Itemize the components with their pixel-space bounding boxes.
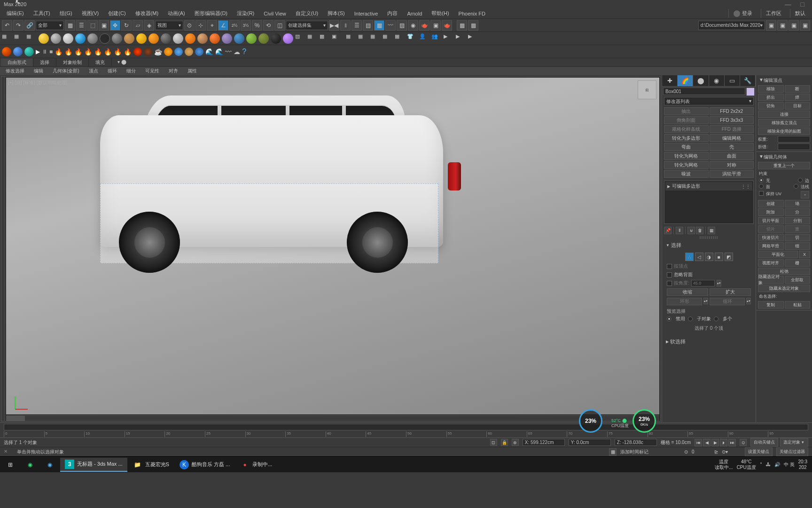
- tray-sound-icon[interactable]: 🔊: [774, 462, 780, 467]
- menu-modifiers[interactable]: 修改器(M): [131, 9, 164, 18]
- ref-coord-dropdown[interactable]: 视图▾: [155, 21, 183, 30]
- layers-icon[interactable]: ☰: [351, 20, 362, 31]
- select-name-icon[interactable]: ☰: [76, 20, 86, 31]
- preserve-uv-check[interactable]: [759, 191, 764, 196]
- cloud-icon[interactable]: ☁: [234, 48, 240, 56]
- menu-create[interactable]: 创建(C): [103, 9, 130, 18]
- mod-bend[interactable]: 弯曲: [664, 143, 709, 151]
- populate1[interactable]: 👕: [407, 33, 417, 44]
- frame-spinner-icon[interactable]: ⊙: [684, 449, 688, 454]
- mod-shell[interactable]: 壳: [710, 143, 754, 151]
- taskbar-3dsmax[interactable]: 3无标题 - 3ds Max ...: [60, 458, 127, 472]
- key-filters-icon[interactable]: ⊙▾: [722, 449, 728, 454]
- time-tick[interactable]: 0: [4, 431, 44, 437]
- tool2-1[interactable]: ▦: [2, 33, 12, 44]
- goto-end-icon[interactable]: ⏭: [728, 439, 736, 446]
- spinner-snap-icon[interactable]: ⟲: [263, 20, 273, 31]
- add-time-tag[interactable]: 添加时间标记: [620, 449, 648, 455]
- frame-field[interactable]: 0: [692, 449, 710, 454]
- make-unique-icon[interactable]: ⊌: [687, 227, 695, 234]
- render-production-icon[interactable]: 🫖: [442, 20, 452, 31]
- fire-ball-6[interactable]: [164, 48, 172, 56]
- mat-ball-10[interactable]: [148, 33, 159, 44]
- crease-field[interactable]: [778, 143, 810, 150]
- selection-lock-icon[interactable]: ⊗: [512, 439, 519, 446]
- menu-views[interactable]: 视图(V): [77, 9, 104, 18]
- project-icon4[interactable]: ▣: [800, 20, 810, 31]
- subobj-vertex-icon[interactable]: ∴: [685, 253, 694, 261]
- subobj-element-icon[interactable]: ◩: [725, 253, 733, 261]
- project-icon2[interactable]: ▣: [777, 20, 788, 31]
- phoenix-tool4[interactable]: ▦: [383, 33, 393, 44]
- render-frame-icon[interactable]: ▣: [430, 20, 441, 31]
- mod-bevel-profile[interactable]: 倒角剖面: [664, 116, 709, 124]
- detach-btn[interactable]: 分: [785, 208, 811, 216]
- populate4[interactable]: ▶: [444, 33, 454, 44]
- time-tick[interactable]: 45: [366, 431, 406, 437]
- mod-ffd333[interactable]: FFD 3x3x3: [710, 116, 754, 124]
- select-rotate-icon[interactable]: ↻: [121, 20, 132, 31]
- edit-vertex-header[interactable]: ▼ 编辑顶点: [757, 76, 811, 85]
- phoenix-tool3[interactable]: ▦: [370, 33, 381, 44]
- tab-display-icon[interactable]: ▭: [725, 75, 740, 86]
- select-scale-icon[interactable]: ▱: [133, 20, 143, 31]
- grid-align-btn[interactable]: 栅: [785, 259, 811, 267]
- tray-chevron-icon[interactable]: ˄: [760, 462, 762, 467]
- window-crossing-icon[interactable]: ▣: [99, 20, 109, 31]
- chamfer-btn[interactable]: 切角: [758, 102, 784, 110]
- hide-sel-btn[interactable]: 隐藏选定对象: [758, 276, 784, 284]
- tray-ime[interactable]: 中 英: [784, 461, 795, 468]
- time-tick[interactable]: 15: [125, 431, 165, 437]
- taskbar-explorer[interactable]: 📁五菱宏光S: [128, 458, 174, 472]
- align-icon[interactable]: ⫴: [340, 20, 351, 31]
- mod-extrude[interactable]: 抽出: [664, 107, 709, 115]
- fire-icon-1[interactable]: 🔥: [55, 48, 62, 56]
- tab-utilities-icon[interactable]: 🔧: [740, 75, 756, 86]
- menu-help[interactable]: 帮助(H): [427, 9, 453, 18]
- fire-ball-5[interactable]: [144, 48, 152, 56]
- undo-icon[interactable]: ↶: [2, 20, 12, 31]
- loop-spinner[interactable]: ▴▾: [746, 298, 751, 304]
- project-icon1[interactable]: ▣: [766, 20, 776, 31]
- menu-graph-editors[interactable]: 图形编辑器(D): [190, 9, 232, 18]
- mug-icon[interactable]: ☕: [154, 48, 162, 56]
- planarize-btn[interactable]: 平面化: [758, 251, 798, 258]
- modifier-list-dropdown[interactable]: 修改器列表▾: [664, 97, 754, 105]
- mod-turbosmooth[interactable]: 涡轮平滑: [710, 170, 754, 178]
- menu-interactive[interactable]: Interactive: [350, 10, 383, 17]
- mat-ball-11[interactable]: [161, 33, 171, 44]
- selection-filter[interactable]: 全部▾: [36, 21, 64, 30]
- coord-y[interactable]: Y: 0.0cm: [569, 439, 611, 446]
- tessellate-btn[interactable]: 细: [785, 242, 811, 250]
- expand-icon[interactable]: ▶: [667, 184, 670, 189]
- mod-symmetry[interactable]: 对称: [710, 161, 754, 169]
- populate5[interactable]: ▶: [456, 33, 466, 44]
- maxscript-icon[interactable]: ▦: [609, 448, 617, 456]
- mat-ball-21[interactable]: [283, 33, 293, 44]
- link-icon[interactable]: 🔗: [24, 20, 35, 31]
- mat-ball-18[interactable]: [246, 33, 257, 44]
- key-filter-button[interactable]: 关键点过滤器: [776, 447, 808, 456]
- attach-btn[interactable]: 附加: [758, 208, 784, 216]
- scrollbar-thumb[interactable]: [6, 416, 25, 421]
- viewcube[interactable]: 前: [638, 80, 656, 99]
- sub-visibility[interactable]: 可见性: [141, 67, 164, 75]
- constraint-normal[interactable]: [794, 184, 798, 189]
- msmooth-btn[interactable]: 网格平滑: [758, 242, 784, 250]
- coord-x[interactable]: X: 599.122cm: [523, 439, 565, 446]
- mod-normalize-spl[interactable]: 规格化样条线: [664, 125, 709, 133]
- sub-edit[interactable]: 编辑: [29, 67, 48, 75]
- mat-ball-19[interactable]: [258, 33, 269, 44]
- tab-motion-icon[interactable]: ◉: [709, 75, 725, 86]
- time-tick[interactable]: 55: [446, 431, 487, 437]
- time-tick[interactable]: 10: [84, 431, 125, 437]
- loop-button[interactable]: 循环: [710, 298, 745, 305]
- connect-btn[interactable]: 连接: [758, 111, 810, 118]
- by-angle-check[interactable]: [667, 281, 672, 286]
- phoenix-tool5[interactable]: ▦: [395, 33, 405, 44]
- sel-obj-dropdown[interactable]: 选定对象 ▾: [780, 438, 808, 447]
- fire-ball-2[interactable]: [13, 47, 23, 56]
- subobj-edge-icon[interactable]: ◁: [695, 253, 703, 261]
- mat-tex2[interactable]: ▦: [307, 33, 318, 44]
- mod-noise[interactable]: 噪波: [664, 170, 709, 178]
